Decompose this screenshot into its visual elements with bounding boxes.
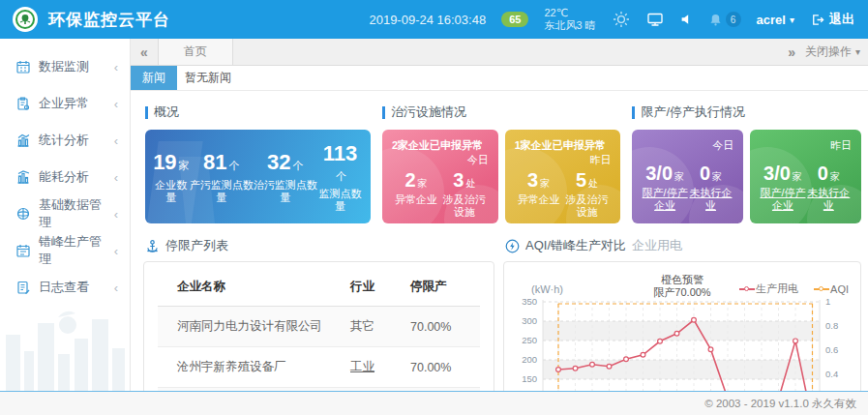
restricted-enterprises-link[interactable]: 限产/停产企业	[642, 187, 687, 212]
ratio-cell: 70.00%	[406, 347, 480, 388]
stat-facilities-involved: 5处 涉及治污设施	[563, 169, 612, 219]
restricted-enterprises-link[interactable]: 限产/停产企业	[760, 187, 805, 212]
stat-nonexecuting-enterprises: 0家 未执行企业	[688, 163, 733, 212]
lightning-circle-icon	[505, 239, 520, 253]
sidebar-item-label: 错峰生产管理	[39, 233, 114, 268]
aqi-production-line-chart: 35030025020015010010.80.60.40.2	[504, 297, 861, 391]
column-company: 企业名称	[158, 268, 346, 307]
logout-label: 退出	[829, 11, 854, 28]
sidebar-item-label: 企业异常	[39, 95, 114, 112]
sidebar-item-label: 日志查看	[39, 279, 114, 296]
svg-text:0.8: 0.8	[825, 320, 838, 331]
monitor-icon[interactable]	[646, 11, 664, 28]
legend-item[interactable]: AQI	[814, 282, 849, 296]
restriction-today-card: 今日 3/0家 限产/停产企业 0家 未执行企业	[632, 130, 743, 223]
scroll-tabs-left-button[interactable]: «	[131, 44, 158, 60]
sidebar-item-enterprise-abnormal[interactable]: 企业异常 ‹	[0, 85, 130, 122]
restriction-yesterday-card: 昨日 3/0家 限产/停产企业 0家 未执行企业	[750, 130, 861, 223]
globe-icon	[16, 207, 30, 221]
company-cell: 沧州宇新养殖设备厂	[158, 347, 346, 388]
speaker-icon[interactable]	[679, 13, 693, 26]
sidebar-item-base-data-management[interactable]: 基础数据管理 ‹	[0, 195, 130, 232]
chevron-left-icon: ‹	[114, 133, 118, 148]
bar-chart-icon	[16, 170, 30, 184]
aqi-compare-title: AQI/错峰生产对比 企业用电	[505, 237, 861, 254]
chart-subtitle-enterprise-power[interactable]: 企业用电	[632, 237, 682, 254]
news-message: 暂无新闻	[185, 70, 231, 86]
svg-text:0.4: 0.4	[825, 369, 838, 379]
sidebar-item-energy-analysis[interactable]: 能耗分析 ‹	[0, 159, 130, 195]
section-bar-icon	[382, 106, 385, 119]
svg-text:150: 150	[522, 373, 537, 384]
chevron-left-icon: ‹	[114, 281, 118, 295]
footer-bar: © 2003 - 2019 v1.1.0 永久有效	[0, 391, 868, 415]
clipboard-icon	[16, 97, 30, 110]
app-window: 环保监控云平台 2019-09-24 16:03:48 65 22℃ 东北风3 …	[0, 0, 868, 415]
sidebar-item-label: 数据监测	[39, 58, 114, 75]
stat-pollution-points: 81个 产污监测点数量	[190, 150, 254, 204]
legend-item[interactable]: 生产用电	[739, 282, 798, 296]
stat-treatment-points: 32个 治污监测点数量	[254, 150, 317, 204]
wind-weather-label: 东北风3 晴	[544, 19, 595, 31]
news-badge: 新闻	[131, 66, 177, 90]
pollution-yesterday-card: 1家企业已申报异常 昨日 3家 异常企业 5处 涉及治污设施	[505, 130, 621, 223]
chart-legend: 生产用电AQI	[724, 282, 849, 296]
chevron-left-icon: ‹	[114, 170, 118, 185]
nonexecuting-enterprises-link[interactable]: 未执行企业	[688, 187, 733, 212]
scroll-tabs-right-button[interactable]: »	[778, 44, 805, 60]
stat-monitor-points: 113个 监测点数量	[317, 141, 363, 213]
tab-home[interactable]: 首页	[158, 39, 233, 65]
section-title-overview: 概况	[145, 104, 371, 121]
notifications-button[interactable]: 6	[708, 12, 741, 27]
stat-facilities-involved: 3处 涉及治污设施	[440, 169, 489, 219]
section-bar-icon	[145, 106, 148, 119]
caret-down-icon: ▾	[855, 46, 860, 57]
production-restriction-section: 限产/停产执行情况 今日 3/0家 限产/停产企业 0家 未执行企业	[632, 104, 861, 223]
restriction-list-title: 停限产列表	[145, 237, 494, 254]
table-row[interactable]: 河南同力电力设计有限公司 其它 70.00%	[158, 307, 480, 347]
close-operations-menu[interactable]: 关闭操作 ▾	[805, 44, 868, 60]
sidebar-item-data-monitoring[interactable]: 数据监测 ‹	[0, 48, 130, 85]
tab-bar: « 首页 » 关闭操作 ▾	[131, 39, 868, 66]
section-bar-icon	[632, 106, 635, 119]
weather-block: 22℃ 东北风3 晴	[544, 7, 595, 32]
log-icon	[16, 281, 30, 294]
logout-button[interactable]: 退出	[810, 11, 854, 28]
anchor-icon	[145, 239, 160, 253]
chevron-left-icon: ‹	[114, 207, 118, 222]
sidebar-item-staggered-production[interactable]: 错峰生产管理 ‹	[0, 232, 130, 269]
logout-icon	[810, 13, 824, 27]
calendar-icon	[16, 244, 30, 257]
stat-abnormal-enterprises: 3家 异常企业	[515, 169, 563, 219]
close-operations-label: 关闭操作	[805, 44, 852, 60]
bell-icon	[708, 13, 723, 27]
chart-header: (kW·h) 橙色预警 限产70.00% 生产用电AQI	[504, 272, 860, 295]
datetime-display: 2019-09-24 16:03:48	[369, 13, 486, 27]
app-logo-icon	[13, 7, 38, 32]
bar-chart-icon	[16, 133, 30, 147]
chevron-left-icon: ‹	[114, 244, 118, 258]
svg-text:0.6: 0.6	[825, 344, 838, 355]
copyright-label: © 2003 - 2019 v1.1.0 永久有效	[704, 397, 868, 411]
chevron-left-icon: ‹	[114, 60, 118, 74]
restriction-table: 企业名称 行业 停限产 河南同力电力设计有限公司 其它 70.00%	[158, 268, 480, 391]
nonexecuting-enterprises-link[interactable]: 未执行企业	[806, 187, 852, 212]
calendar-icon	[16, 60, 30, 74]
user-menu[interactable]: acrel ▾	[757, 13, 794, 27]
sidebar-item-label: 能耗分析	[39, 168, 114, 186]
table-header-row: 企业名称 行业 停限产	[158, 268, 480, 307]
sidebar-item-statistics-analysis[interactable]: 统计分析 ‹	[0, 122, 130, 159]
svg-text:350: 350	[522, 297, 537, 307]
table-row[interactable]: 沧州宇新养殖设备厂 工业 70.00%	[158, 347, 480, 388]
stat-nonexecuting-enterprises: 0家 未执行企业	[806, 163, 852, 212]
sidebar: 数据监测 ‹ 企业异常 ‹ 统计分析 ‹ 能耗	[0, 39, 131, 391]
svg-text:250: 250	[522, 335, 537, 345]
section-title-production-restriction: 限产/停产执行情况	[632, 104, 861, 121]
ratio-cell: 70.00%	[406, 307, 480, 347]
industry-link-cell[interactable]: 工业	[346, 347, 406, 388]
news-bar: 新闻 暂无新闻	[131, 66, 868, 91]
svg-text:200: 200	[522, 354, 537, 365]
restriction-list-panel: 企业名称 行业 停限产 河南同力电力设计有限公司 其它 70.00%	[143, 261, 494, 391]
sidebar-item-label: 基础数据管理	[39, 196, 114, 231]
sidebar-item-label: 统计分析	[39, 132, 114, 149]
